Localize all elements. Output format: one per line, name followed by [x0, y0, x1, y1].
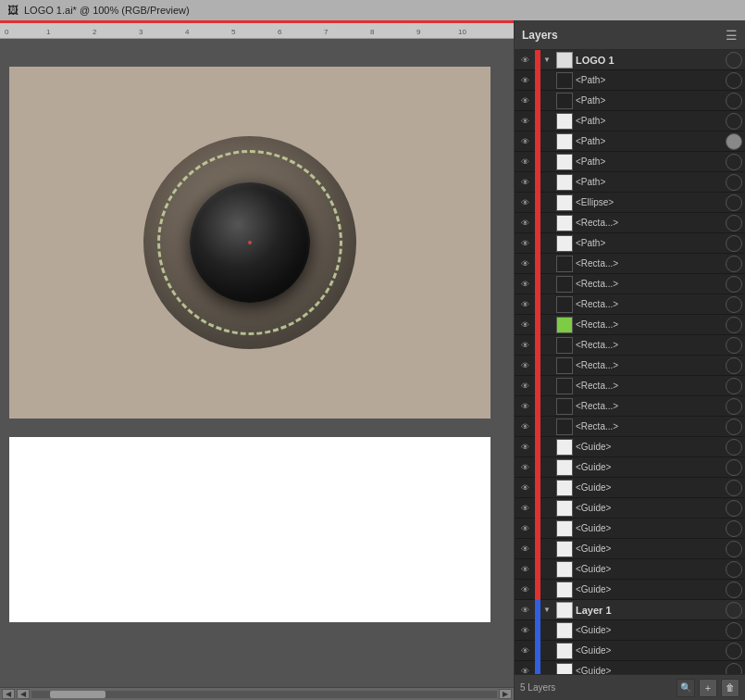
layer-row-guide5[interactable]: <Guide> — [515, 519, 745, 539]
eye-path6[interactable] — [515, 172, 535, 193]
layer-row-path7[interactable]: <Path> — [515, 233, 745, 254]
eye-guide3[interactable] — [515, 478, 535, 498]
eye-guide5[interactable] — [515, 519, 535, 539]
eye-guide6[interactable] — [515, 539, 535, 559]
eye-recta3[interactable] — [515, 274, 535, 294]
layer-row-recta4[interactable]: <Recta...> — [515, 294, 745, 315]
circle-guide9[interactable] — [726, 622, 742, 639]
layer-row-guide2[interactable]: <Guide> — [515, 457, 745, 478]
circle-logo1[interactable] — [726, 52, 742, 69]
circle-guide7[interactable] — [726, 561, 742, 578]
layer-row-recta9[interactable]: <Recta...> — [515, 417, 745, 437]
eye-recta9[interactable] — [515, 417, 535, 437]
circle-guide11[interactable] — [726, 663, 742, 675]
layer-row-recta1[interactable]: <Recta...> — [515, 213, 745, 233]
search-button[interactable]: 🔍 — [677, 679, 695, 697]
circle-guide8[interactable] — [726, 581, 742, 598]
eye-recta8[interactable] — [515, 396, 535, 417]
eye-recta6[interactable] — [515, 356, 535, 376]
circle-recta5[interactable] — [726, 337, 742, 354]
layer-row-path4[interactable]: <Path> — [515, 131, 745, 152]
layer-row-guide8[interactable]: <Guide> — [515, 580, 745, 600]
layer-row-guide7[interactable]: <Guide> — [515, 559, 745, 580]
circle-recta6[interactable] — [726, 357, 742, 374]
circle-guide10[interactable] — [726, 643, 742, 659]
canvas-viewport[interactable] — [0, 39, 514, 687]
eye-guide1[interactable] — [515, 437, 535, 457]
circle-path3[interactable] — [726, 113, 742, 130]
layer-row-path3[interactable]: <Path> — [515, 111, 745, 131]
layer-row-ellipse[interactable]: <Ellipse> — [515, 193, 745, 213]
eye-guide7[interactable] — [515, 559, 535, 580]
circle-recta-green[interactable] — [726, 317, 742, 333]
scroll-thumb[interactable] — [50, 691, 106, 698]
layer-row-recta5[interactable]: <Recta...> — [515, 335, 745, 356]
layer-row-recta7[interactable]: <Recta...> — [515, 376, 745, 396]
eye-path3[interactable] — [515, 111, 535, 131]
eye-recta7[interactable] — [515, 376, 535, 396]
horizontal-scrollbar[interactable]: ◀ ◀ ▶ — [0, 687, 514, 700]
scroll-left-button[interactable]: ◀ — [2, 689, 15, 699]
eye-recta5[interactable] — [515, 335, 535, 356]
layer-row-guide3[interactable]: <Guide> — [515, 478, 745, 498]
expand-logo1[interactable]: ▼ — [540, 50, 553, 70]
eye-guide2[interactable] — [515, 457, 535, 478]
layer-row-guide4[interactable]: <Guide> — [515, 498, 745, 519]
eye-path5[interactable] — [515, 152, 535, 172]
circle-layer1[interactable] — [726, 602, 742, 619]
layers-list[interactable]: ▼ LOGO 1 <Path> <Path> — [515, 50, 745, 674]
circle-path6[interactable] — [726, 174, 742, 191]
eye-guide4[interactable] — [515, 498, 535, 519]
eye-ellipse[interactable] — [515, 193, 535, 213]
circle-recta4[interactable] — [726, 296, 742, 313]
layer-row-path2[interactable]: <Path> — [515, 91, 745, 111]
circle-recta9[interactable] — [726, 419, 742, 435]
layer-row-guide1[interactable]: <Guide> — [515, 437, 745, 457]
layer-row-recta3[interactable]: <Recta...> — [515, 274, 745, 294]
scroll-right-button[interactable]: ▶ — [499, 689, 512, 699]
circle-recta2[interactable] — [726, 256, 742, 272]
circle-guide6[interactable] — [726, 541, 742, 557]
layer-row-path5[interactable]: <Path> — [515, 152, 745, 172]
eye-recta2[interactable] — [515, 254, 535, 274]
eye-guide8[interactable] — [515, 580, 535, 600]
circle-ellipse[interactable] — [726, 194, 742, 211]
eye-icon-logo1[interactable] — [515, 50, 535, 70]
eye-guide10[interactable] — [515, 641, 535, 661]
circle-guide2[interactable] — [726, 459, 742, 476]
circle-guide1[interactable] — [726, 439, 742, 456]
circle-path1[interactable] — [726, 72, 742, 89]
circle-recta1[interactable] — [726, 215, 742, 231]
eye-recta4[interactable] — [515, 294, 535, 315]
eye-recta1[interactable] — [515, 213, 535, 233]
layer-row-path1[interactable]: <Path> — [515, 70, 745, 91]
layer-row-guide9[interactable]: <Guide> — [515, 620, 745, 641]
circle-guide5[interactable] — [726, 520, 742, 537]
eye-path1[interactable] — [515, 70, 535, 91]
eye-guide11[interactable] — [515, 661, 535, 675]
layer-row-guide6[interactable]: <Guide> — [515, 539, 745, 559]
circle-guide4[interactable] — [726, 500, 742, 517]
layer-group-logo1[interactable]: ▼ LOGO 1 — [515, 50, 745, 70]
add-layer-button[interactable]: + — [699, 679, 717, 697]
eye-path2[interactable] — [515, 91, 535, 111]
eye-recta-green[interactable] — [515, 315, 535, 335]
eye-path4[interactable] — [515, 131, 535, 152]
layer-row-guide10[interactable]: <Guide> — [515, 641, 745, 661]
circle-guide3[interactable] — [726, 480, 742, 496]
layer-row-recta8[interactable]: <Recta...> — [515, 396, 745, 417]
layer-group-layer1[interactable]: ▼ Layer 1 — [515, 600, 745, 620]
circle-path4[interactable] — [726, 133, 742, 150]
circle-path2[interactable] — [726, 93, 742, 109]
circle-recta7[interactable] — [726, 378, 742, 394]
layer-row-recta2[interactable]: <Recta...> — [515, 254, 745, 274]
eye-guide9[interactable] — [515, 620, 535, 641]
layer-row-recta6[interactable]: <Recta...> — [515, 356, 745, 376]
scroll-track[interactable] — [31, 691, 497, 698]
circle-path5[interactable] — [726, 154, 742, 170]
layer-row-guide11[interactable]: <Guide> — [515, 661, 745, 674]
delete-layer-button[interactable]: 🗑 — [721, 679, 739, 697]
layer-row-recta-green[interactable]: <Recta...> — [515, 315, 745, 335]
expand-layer1[interactable]: ▼ — [540, 600, 553, 620]
scroll-right-button-2[interactable]: ◀ — [17, 689, 30, 699]
